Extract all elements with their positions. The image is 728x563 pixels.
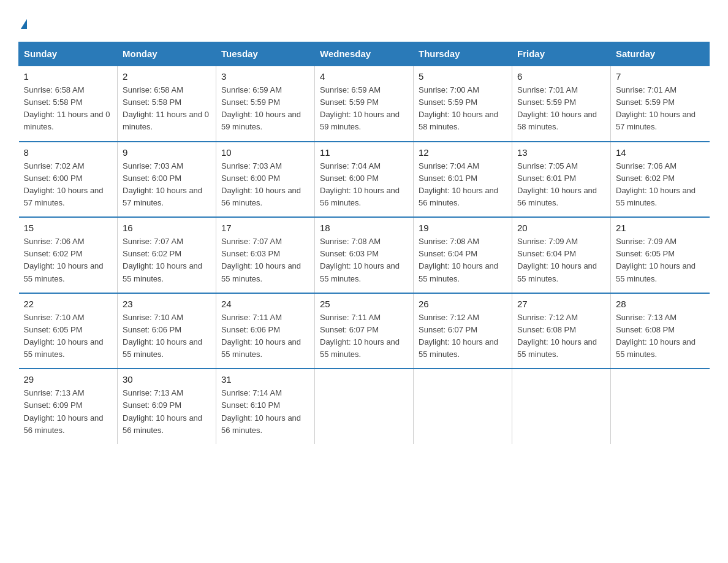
day-number: 18: [320, 223, 408, 233]
calendar-cell: 6Sunrise: 7:01 AMSunset: 5:59 PMDaylight…: [512, 66, 611, 142]
header-thursday: Thursday: [414, 42, 512, 66]
logo-triangle-icon: [21, 19, 27, 29]
day-info: Sunrise: 7:11 AMSunset: 6:07 PMDaylight:…: [320, 312, 408, 361]
day-info: Sunrise: 7:06 AMSunset: 6:02 PMDaylight:…: [616, 160, 705, 210]
header-wednesday: Wednesday: [315, 42, 414, 66]
header-sunday: Sunday: [19, 42, 118, 66]
calendar-row-5: 29Sunrise: 7:13 AMSunset: 6:09 PMDayligh…: [19, 369, 710, 444]
day-info: Sunrise: 7:05 AMSunset: 6:01 PMDaylight:…: [517, 160, 605, 210]
calendar-cell: 13Sunrise: 7:05 AMSunset: 6:01 PMDayligh…: [512, 142, 611, 218]
calendar-cell: 3Sunrise: 6:59 AMSunset: 5:59 PMDaylight…: [216, 66, 315, 142]
day-info: Sunrise: 6:59 AMSunset: 5:59 PMDaylight:…: [320, 84, 408, 134]
day-info: Sunrise: 7:09 AMSunset: 6:04 PMDaylight:…: [517, 236, 605, 285]
calendar-cell: 22Sunrise: 7:10 AMSunset: 6:05 PMDayligh…: [19, 293, 118, 369]
day-number: 26: [419, 299, 507, 309]
calendar-cell: 5Sunrise: 7:00 AMSunset: 5:59 PMDaylight…: [414, 66, 512, 142]
day-info: Sunrise: 7:12 AMSunset: 6:08 PMDaylight:…: [517, 312, 605, 361]
calendar-cell: 19Sunrise: 7:08 AMSunset: 6:04 PMDayligh…: [414, 217, 512, 293]
calendar-cell: 27Sunrise: 7:12 AMSunset: 6:08 PMDayligh…: [512, 293, 611, 369]
day-number: 14: [616, 147, 705, 158]
day-info: Sunrise: 7:13 AMSunset: 6:09 PMDaylight:…: [24, 387, 113, 437]
day-number: 22: [24, 299, 113, 309]
calendar-cell: 9Sunrise: 7:03 AMSunset: 6:00 PMDaylight…: [118, 142, 216, 218]
calendar-cell: 17Sunrise: 7:07 AMSunset: 6:03 PMDayligh…: [216, 217, 315, 293]
calendar-cell: [611, 369, 710, 444]
day-info: Sunrise: 7:10 AMSunset: 6:06 PMDaylight:…: [123, 312, 211, 361]
calendar-cell: 7Sunrise: 7:01 AMSunset: 5:59 PMDaylight…: [611, 66, 710, 142]
calendar-cell: 16Sunrise: 7:07 AMSunset: 6:02 PMDayligh…: [118, 217, 216, 293]
calendar-cell: 21Sunrise: 7:09 AMSunset: 6:05 PMDayligh…: [611, 217, 710, 293]
day-number: 3: [221, 71, 309, 82]
day-info: Sunrise: 7:01 AMSunset: 5:59 PMDaylight:…: [517, 84, 605, 134]
day-info: Sunrise: 7:04 AMSunset: 6:00 PMDaylight:…: [320, 160, 408, 210]
day-number: 11: [320, 147, 408, 158]
calendar-cell: [414, 369, 512, 444]
day-number: 9: [123, 147, 211, 158]
day-number: 28: [616, 299, 705, 309]
calendar-cell: 31Sunrise: 7:14 AMSunset: 6:10 PMDayligh…: [216, 369, 315, 444]
day-info: Sunrise: 7:12 AMSunset: 6:07 PMDaylight:…: [419, 312, 507, 361]
day-number: 21: [616, 223, 705, 233]
day-info: Sunrise: 7:03 AMSunset: 6:00 PMDaylight:…: [123, 160, 211, 210]
day-number: 27: [517, 299, 605, 309]
day-info: Sunrise: 7:14 AMSunset: 6:10 PMDaylight:…: [221, 387, 309, 437]
day-info: Sunrise: 6:58 AMSunset: 5:58 PMDaylight:…: [24, 84, 113, 134]
day-info: Sunrise: 7:08 AMSunset: 6:03 PMDaylight:…: [320, 236, 408, 285]
day-info: Sunrise: 7:11 AMSunset: 6:06 PMDaylight:…: [221, 312, 309, 361]
calendar-cell: 8Sunrise: 7:02 AMSunset: 6:00 PMDaylight…: [19, 142, 118, 218]
day-info: Sunrise: 7:07 AMSunset: 6:03 PMDaylight:…: [221, 236, 309, 285]
day-number: 6: [517, 71, 605, 82]
day-number: 10: [221, 147, 309, 158]
day-number: 23: [123, 299, 211, 309]
day-number: 5: [419, 71, 507, 82]
calendar-cell: 29Sunrise: 7:13 AMSunset: 6:09 PMDayligh…: [19, 369, 118, 444]
logo-top: [18, 12, 27, 29]
day-info: Sunrise: 7:07 AMSunset: 6:02 PMDaylight:…: [123, 236, 211, 285]
day-number: 25: [320, 299, 408, 309]
calendar-cell: 11Sunrise: 7:04 AMSunset: 6:00 PMDayligh…: [315, 142, 414, 218]
calendar-cell: 12Sunrise: 7:04 AMSunset: 6:01 PMDayligh…: [414, 142, 512, 218]
calendar-cell: 20Sunrise: 7:09 AMSunset: 6:04 PMDayligh…: [512, 217, 611, 293]
calendar-cell: [512, 369, 611, 444]
day-number: 12: [419, 147, 507, 158]
logo: [18, 12, 27, 29]
day-number: 24: [221, 299, 309, 309]
page-header: [18, 12, 710, 29]
day-number: 2: [123, 71, 211, 82]
day-number: 31: [221, 374, 309, 385]
day-info: Sunrise: 7:06 AMSunset: 6:02 PMDaylight:…: [24, 236, 113, 285]
day-info: Sunrise: 7:03 AMSunset: 6:00 PMDaylight:…: [221, 160, 309, 210]
calendar-cell: 24Sunrise: 7:11 AMSunset: 6:06 PMDayligh…: [216, 293, 315, 369]
calendar-cell: 28Sunrise: 7:13 AMSunset: 6:08 PMDayligh…: [611, 293, 710, 369]
day-number: 20: [517, 223, 605, 233]
calendar-cell: 10Sunrise: 7:03 AMSunset: 6:00 PMDayligh…: [216, 142, 315, 218]
calendar-table: SundayMondayTuesdayWednesdayThursdayFrid…: [18, 42, 710, 444]
calendar-cell: 14Sunrise: 7:06 AMSunset: 6:02 PMDayligh…: [611, 142, 710, 218]
calendar-cell: [315, 369, 414, 444]
calendar-row-1: 1Sunrise: 6:58 AMSunset: 5:58 PMDaylight…: [19, 66, 710, 142]
calendar-row-3: 15Sunrise: 7:06 AMSunset: 6:02 PMDayligh…: [19, 217, 710, 293]
day-info: Sunrise: 7:13 AMSunset: 6:08 PMDaylight:…: [616, 312, 705, 361]
day-info: Sunrise: 7:10 AMSunset: 6:05 PMDaylight:…: [24, 312, 113, 361]
calendar-cell: 26Sunrise: 7:12 AMSunset: 6:07 PMDayligh…: [414, 293, 512, 369]
day-number: 15: [24, 223, 113, 233]
day-number: 17: [221, 223, 309, 233]
header-saturday: Saturday: [611, 42, 710, 66]
day-info: Sunrise: 7:00 AMSunset: 5:59 PMDaylight:…: [419, 84, 507, 134]
calendar-cell: 1Sunrise: 6:58 AMSunset: 5:58 PMDaylight…: [19, 66, 118, 142]
header-tuesday: Tuesday: [216, 42, 315, 66]
calendar-row-2: 8Sunrise: 7:02 AMSunset: 6:00 PMDaylight…: [19, 142, 710, 218]
calendar-cell: 23Sunrise: 7:10 AMSunset: 6:06 PMDayligh…: [118, 293, 216, 369]
calendar-cell: 15Sunrise: 7:06 AMSunset: 6:02 PMDayligh…: [19, 217, 118, 293]
day-info: Sunrise: 7:13 AMSunset: 6:09 PMDaylight:…: [123, 387, 211, 437]
day-number: 13: [517, 147, 605, 158]
day-info: Sunrise: 7:04 AMSunset: 6:01 PMDaylight:…: [419, 160, 507, 210]
day-info: Sunrise: 7:08 AMSunset: 6:04 PMDaylight:…: [419, 236, 507, 285]
day-info: Sunrise: 6:59 AMSunset: 5:59 PMDaylight:…: [221, 84, 309, 134]
day-number: 1: [24, 71, 113, 82]
day-number: 8: [24, 147, 113, 158]
calendar-cell: 18Sunrise: 7:08 AMSunset: 6:03 PMDayligh…: [315, 217, 414, 293]
day-info: Sunrise: 7:01 AMSunset: 5:59 PMDaylight:…: [616, 84, 705, 134]
calendar-cell: 30Sunrise: 7:13 AMSunset: 6:09 PMDayligh…: [118, 369, 216, 444]
calendar-row-4: 22Sunrise: 7:10 AMSunset: 6:05 PMDayligh…: [19, 293, 710, 369]
